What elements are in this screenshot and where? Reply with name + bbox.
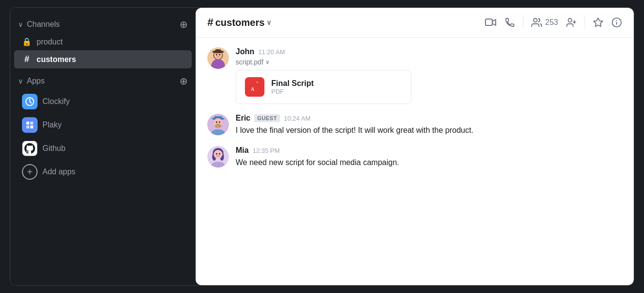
message-eric-header: Eric GUEST 10:24 AM: [236, 114, 622, 123]
svg-point-30: [219, 122, 221, 123]
sidebar-item-github[interactable]: Github: [14, 137, 192, 160]
pin-button[interactable]: [593, 17, 604, 28]
github-app-icon: [22, 141, 38, 156]
svg-point-7: [568, 19, 572, 22]
apps-section: ∨ Apps ⊕ Clockify: [10, 72, 196, 184]
svg-point-13: [616, 20, 617, 21]
message-john: John 11:20 AM script.pdf ∨ A: [207, 47, 622, 104]
svg-point-6: [534, 19, 537, 22]
svg-point-38: [219, 153, 221, 155]
svg-point-37: [216, 153, 218, 155]
main-content: # customers ∨: [196, 8, 634, 285]
info-button[interactable]: [611, 17, 622, 28]
file-attachment-header[interactable]: script.pdf ∨: [236, 58, 622, 66]
sidebar-item-plaky[interactable]: Plaky: [14, 113, 192, 137]
guest-badge: GUEST: [254, 114, 280, 122]
add-apps-circle-icon: +: [22, 164, 38, 180]
apps-chevron-icon: ∨: [18, 77, 23, 85]
channel-header-right: 253: [485, 16, 622, 29]
message-mia: Mia 12:35 PM We need new script for soci…: [207, 146, 622, 168]
add-app-icon[interactable]: ⊕: [180, 76, 188, 86]
video-call-button[interactable]: [485, 18, 497, 27]
svg-point-29: [216, 122, 218, 123]
svg-point-20: [216, 54, 218, 56]
messages-area: John 11:20 AM script.pdf ∨ A: [196, 38, 634, 285]
file-name: Final Script: [271, 79, 314, 88]
file-type: PDF: [271, 88, 314, 95]
add-apps-item[interactable]: + Add apps: [14, 160, 192, 184]
message-john-body: John 11:20 AM script.pdf ∨ A: [236, 47, 622, 104]
clockify-app-icon: [22, 94, 38, 109]
app-window: ∨ Channels ⊕ 🔒 product # customers ∨: [10, 7, 634, 286]
members-number: 253: [545, 18, 558, 27]
plaky-label: Plaky: [42, 121, 61, 129]
add-apps-label: Add apps: [42, 167, 76, 176]
sidebar-item-clockify[interactable]: Clockify: [14, 90, 192, 113]
phone-call-button[interactable]: [504, 17, 515, 28]
sidebar-item-product[interactable]: 🔒 product: [14, 33, 192, 50]
header-divider-2: [584, 16, 585, 29]
channel-header-left: # customers ∨: [207, 16, 271, 29]
svg-rect-2: [30, 122, 33, 125]
lock-icon: 🔒: [22, 37, 32, 46]
channels-section-header[interactable]: ∨ Channels ⊕: [10, 16, 196, 33]
apps-header-left: ∨ Apps: [18, 77, 44, 85]
apps-section-header[interactable]: ∨ Apps ⊕: [10, 72, 196, 90]
message-mia-header: Mia 12:35 PM: [236, 146, 622, 155]
channel-header: # customers ∨: [196, 8, 634, 38]
message-mia-text: We need new script for social media camp…: [236, 157, 622, 168]
clockify-label: Clockify: [42, 97, 70, 106]
plaky-app-icon: [22, 117, 38, 133]
hash-icon: #: [22, 54, 32, 64]
svg-rect-4: [30, 126, 33, 128]
channel-name[interactable]: # customers ∨: [207, 16, 271, 29]
svg-rect-5: [485, 19, 492, 25]
message-eric-text: I love the final version of the script! …: [236, 125, 622, 136]
message-john-sender: John: [236, 47, 254, 56]
message-mia-sender: Mia: [236, 146, 249, 155]
channel-name-text: customers: [215, 17, 264, 28]
avatar-eric: [207, 114, 229, 135]
channels-chevron-icon: ∨: [18, 21, 23, 28]
attachment-chevron-icon: ∨: [265, 59, 270, 65]
header-divider-1: [523, 16, 523, 29]
add-member-button[interactable]: [566, 17, 577, 28]
apps-section-title: Apps: [27, 77, 44, 85]
svg-rect-1: [26, 122, 29, 125]
pdf-icon: A: [245, 77, 264, 97]
add-channel-icon[interactable]: ⊕: [180, 20, 188, 29]
channel-hash-symbol: #: [207, 16, 213, 29]
channel-dropdown-icon[interactable]: ∨: [266, 19, 271, 26]
sidebar-item-customers-label: customers: [37, 55, 76, 64]
message-john-time: 11:20 AM: [258, 48, 285, 56]
avatar-john: [207, 47, 229, 69]
message-eric-time: 10:24 AM: [284, 115, 311, 122]
attachment-label: script.pdf: [236, 58, 263, 66]
avatar-mia: [207, 146, 229, 167]
message-eric-sender: Eric: [236, 114, 250, 123]
sidebar: ∨ Channels ⊕ 🔒 product # customers ∨: [10, 8, 196, 285]
channels-section-title: Channels: [27, 20, 60, 29]
message-eric: Eric GUEST 10:24 AM I love the final ver…: [207, 114, 622, 136]
svg-text:A: A: [251, 86, 255, 92]
message-eric-body: Eric GUEST 10:24 AM I love the final ver…: [236, 114, 622, 136]
message-john-header: John 11:20 AM: [236, 47, 622, 56]
github-label: Github: [42, 144, 65, 153]
channels-section: ∨ Channels ⊕ 🔒 product # customers: [10, 16, 196, 68]
message-mia-time: 12:35 PM: [253, 147, 280, 154]
svg-rect-3: [26, 126, 29, 128]
file-card[interactable]: A Final Script PDF: [236, 70, 411, 104]
sidebar-item-product-label: product: [37, 38, 62, 46]
members-count[interactable]: 253: [531, 17, 558, 28]
svg-point-21: [219, 54, 221, 56]
channels-header-left: ∨ Channels: [18, 20, 60, 29]
message-mia-body: Mia 12:35 PM We need new script for soci…: [236, 146, 622, 168]
file-info: Final Script PDF: [271, 79, 314, 95]
svg-point-35: [214, 150, 222, 159]
svg-rect-19: [215, 49, 221, 53]
sidebar-item-customers[interactable]: # customers: [14, 50, 192, 68]
